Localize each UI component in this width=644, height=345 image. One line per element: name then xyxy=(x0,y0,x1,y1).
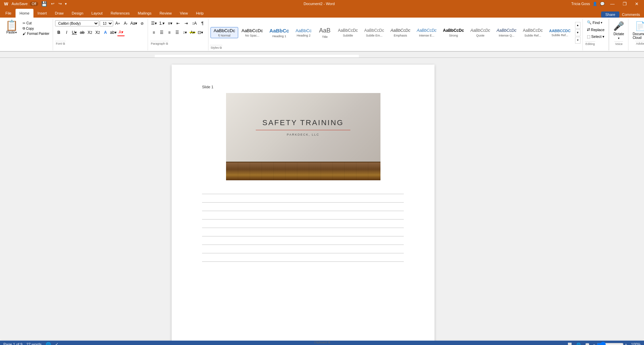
autosave-toggle[interactable]: Off xyxy=(30,2,38,6)
document-area[interactable]: Slide 1 SAFETY TRAINING PARKDECK, LLC xyxy=(3,58,603,341)
style-emphasis-label: Emphasis xyxy=(394,34,407,37)
styles-scroll-down[interactable]: ▼ xyxy=(575,29,580,36)
doc-title: Document2 - Word xyxy=(67,2,571,6)
undo-icon[interactable]: ↩ xyxy=(50,1,55,6)
style-strong[interactable]: AaBbCcDc Strong xyxy=(440,27,467,38)
redo-icon[interactable]: ↪ xyxy=(57,1,63,6)
decrease-indent-btn[interactable]: ⇤ xyxy=(174,20,182,27)
styles-scroll-up[interactable]: ▲ xyxy=(575,22,580,29)
style-heading1[interactable]: AaBbCc Heading 1 xyxy=(266,26,292,39)
clear-format-btn[interactable]: ⊘ xyxy=(138,20,146,27)
show-hide-btn[interactable]: ¶ xyxy=(199,20,206,27)
user-name: Tricia Goss xyxy=(571,2,590,6)
underline-btn[interactable]: U▾ xyxy=(71,29,78,36)
style-subtitle[interactable]: AaBbCcDc Subtitle xyxy=(335,27,361,38)
justify-btn[interactable]: ☰ xyxy=(173,29,181,36)
style-intense-ref[interactable]: AABBCCDC Subtle Ref... xyxy=(546,27,574,38)
svg-text:6: 6 xyxy=(308,57,310,58)
paste-dropdown-icon[interactable]: ▾ xyxy=(15,31,17,34)
tab-design[interactable]: Design xyxy=(68,9,87,18)
style-intense-q-preview: AaBbCcDc xyxy=(497,28,517,33)
align-right-btn[interactable]: ≡ xyxy=(166,29,173,36)
style-subtle-em[interactable]: AaBbCcDc Subtle Em... xyxy=(361,27,387,38)
bullets-btn[interactable]: ☰▾ xyxy=(150,20,157,27)
style-heading2[interactable]: AaBbCc Heading 2 xyxy=(293,27,315,39)
style-subtle-ref[interactable]: AaBbCcDc Subtle Ref... xyxy=(520,27,546,38)
subscript-btn[interactable]: X2 xyxy=(86,29,94,36)
strikethrough-btn[interactable]: ab xyxy=(78,29,86,36)
comments-icon[interactable]: 💬 xyxy=(600,2,605,6)
line-spacing-btn[interactable]: ↕▾ xyxy=(181,29,189,36)
dictate-dropdown-icon[interactable]: ▾ xyxy=(618,37,620,40)
format-painter-button[interactable]: 🖌 Format Painter xyxy=(21,31,51,36)
sort-btn[interactable]: ↕A xyxy=(191,20,198,27)
shading-btn[interactable]: A▾ xyxy=(189,29,196,36)
tab-help[interactable]: Help xyxy=(192,9,208,18)
tab-review[interactable]: Review xyxy=(155,9,176,18)
dictate-button[interactable]: 🎤 Dictate ▾ xyxy=(612,20,625,41)
paste-button[interactable]: 📋 Paste ▾ xyxy=(3,20,20,35)
multilevel-btn[interactable]: ≡▾ xyxy=(166,20,174,27)
style-intense-em[interactable]: AaBbCcDc Intense E... xyxy=(414,27,440,38)
text-highlight-btn[interactable]: ab▾ xyxy=(109,29,117,36)
align-center-btn[interactable]: ☰ xyxy=(158,29,165,36)
tab-layout[interactable]: Layout xyxy=(88,9,107,18)
minimize-btn[interactable]: — xyxy=(608,1,617,7)
restore-btn[interactable]: ❐ xyxy=(620,1,629,7)
content-line-4 xyxy=(202,219,404,220)
clipboard-expand-icon[interactable]: ⧉ xyxy=(328,341,330,344)
editing-label: Editing xyxy=(585,41,596,46)
find-dropdown-icon[interactable]: ▾ xyxy=(601,21,602,24)
cut-button[interactable]: ✂ Cut xyxy=(21,21,51,25)
style-emphasis[interactable]: AaBbCcDc Emphasis xyxy=(388,27,414,38)
close-btn[interactable]: ✕ xyxy=(632,1,641,7)
paragraph-expand-icon[interactable]: ⧉ xyxy=(166,42,168,45)
font-name-select[interactable]: Calibri (Body) xyxy=(55,20,99,26)
change-case-btn[interactable]: Aa▾ xyxy=(130,20,138,27)
paragraph-label: Paragraph ⧉ xyxy=(150,41,169,46)
styles-expand[interactable]: ▾ xyxy=(575,37,580,44)
tab-view[interactable]: View xyxy=(176,9,192,18)
tab-file[interactable]: File xyxy=(1,9,16,18)
style-title-label: Title xyxy=(322,35,328,39)
tab-references[interactable]: References xyxy=(107,9,134,18)
share-icon[interactable]: 👤 xyxy=(593,2,597,6)
tab-insert[interactable]: Insert xyxy=(33,9,51,18)
italic-btn[interactable]: I xyxy=(63,29,70,36)
numbering-btn[interactable]: 1.▾ xyxy=(158,20,166,27)
align-left-btn[interactable]: ≡ xyxy=(150,29,157,36)
style-no-spacing[interactable]: AaBbCcDc No Spac... xyxy=(239,27,266,39)
select-button[interactable]: ⬚ Select ▾ xyxy=(585,34,607,40)
increase-font-btn[interactable]: A+ xyxy=(114,20,121,27)
text-effects-btn[interactable]: A xyxy=(102,29,109,36)
decrease-font-btn[interactable]: A- xyxy=(122,20,129,27)
font-color-btn[interactable]: A▾ xyxy=(117,29,125,36)
title-bar: W AutoSave Off 💾 ↩ ↪ ▾ Document2 - Word … xyxy=(0,0,644,7)
styles-expand-icon[interactable]: ⧉ xyxy=(220,46,222,49)
increase-indent-btn[interactable]: ⇥ xyxy=(182,20,190,27)
slide-title: SAFETY TRAINING xyxy=(262,118,344,127)
select-icon: ⬚ xyxy=(587,34,590,39)
style-title[interactable]: AaB Title xyxy=(315,26,335,39)
tab-mailings[interactable]: Mailings xyxy=(134,9,155,18)
save-icon[interactable]: 💾 xyxy=(40,1,48,6)
borders-btn[interactable]: ⊡▾ xyxy=(197,29,204,36)
document-page[interactable]: Slide 1 SAFETY TRAINING PARKDECK, LLC xyxy=(172,65,435,341)
share-button[interactable]: Share xyxy=(601,12,619,18)
superscript-btn[interactable]: X2 xyxy=(94,29,101,36)
tab-draw[interactable]: Draw xyxy=(51,9,68,18)
tab-home[interactable]: Home xyxy=(16,9,33,18)
slide-divider xyxy=(256,130,350,130)
find-button[interactable]: 🔍 Find ▾ xyxy=(585,20,604,25)
style-normal[interactable]: AaBbCcDc ¶ Normal xyxy=(210,27,238,39)
document-cloud-button[interactable]: 📄 Document Cloud xyxy=(631,20,644,40)
font-size-select[interactable]: 11 xyxy=(100,20,113,26)
style-intense-q[interactable]: AaBbCcDc Intense Q... xyxy=(494,27,520,38)
comments-button[interactable]: Comments xyxy=(622,13,640,17)
bold-btn[interactable]: B xyxy=(55,29,63,36)
font-expand-icon[interactable]: ⧉ xyxy=(63,42,65,45)
copy-button[interactable]: ⧉ Copy xyxy=(21,26,51,31)
replace-button[interactable]: ⇄ Replace xyxy=(585,27,606,32)
slide-subtitle: PARKDECK, LLC xyxy=(287,133,319,136)
style-quote[interactable]: AaBbCcDc Quote xyxy=(467,27,493,38)
